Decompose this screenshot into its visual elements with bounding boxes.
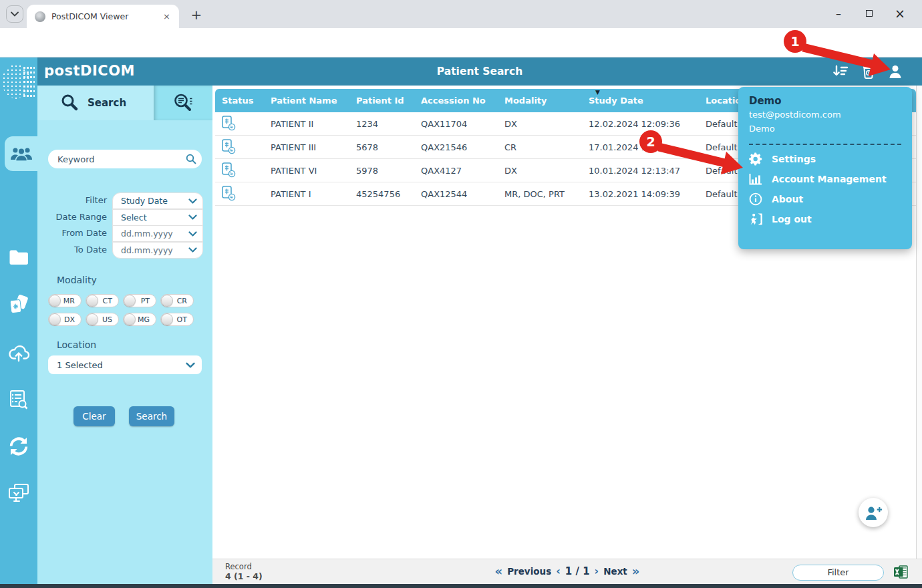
- cell-patient-name: PATIENT III: [264, 142, 349, 152]
- keyword-search-icon: [186, 154, 196, 167]
- chart-icon: [749, 173, 762, 185]
- tab-title: PostDICOM Viewer: [51, 11, 161, 21]
- user-icon: [888, 64, 903, 79]
- clear-button[interactable]: Clear: [73, 406, 115, 426]
- favicon: [35, 11, 45, 22]
- menu-item-logout[interactable]: Log out: [749, 209, 901, 229]
- from-date-select[interactable]: dd.mm.yyyy: [112, 225, 203, 242]
- sort-direction-icon: ▼: [595, 89, 600, 96]
- sidebar-item-sharing[interactable]: [0, 478, 37, 508]
- toggle-knob: [86, 295, 98, 307]
- table-filter-input[interactable]: Filter: [792, 565, 884, 581]
- record-count: Record 4 (1 - 4): [225, 562, 263, 581]
- column-header-status[interactable]: Status: [215, 89, 264, 112]
- keyword-input[interactable]: [48, 150, 202, 168]
- tab-advanced-search[interactable]: [154, 86, 212, 120]
- sidebar-item-upload[interactable]: [0, 338, 37, 368]
- search-button[interactable]: Search: [129, 406, 174, 426]
- cell-patient-id: 45254756: [349, 189, 414, 199]
- maximize-icon: [866, 10, 873, 17]
- filter-label: Filter: [37, 192, 107, 209]
- status-report-icon[interactable]: [215, 138, 264, 156]
- column-header-patient-name[interactable]: Patient Name: [264, 89, 349, 112]
- table-scrollbar[interactable]: [916, 86, 922, 559]
- window-controls: – ×: [823, 4, 915, 23]
- screens-icon: [8, 483, 29, 503]
- chevron-down-icon: [188, 247, 197, 253]
- previous-page-button[interactable]: Previous: [507, 566, 551, 577]
- window-minimize-button[interactable]: –: [823, 4, 854, 23]
- menu-separator: [749, 144, 901, 145]
- window-maximize-button[interactable]: [854, 4, 885, 23]
- chevron-down-icon: [188, 198, 197, 204]
- tab-basic-search[interactable]: Search: [37, 86, 154, 120]
- sidebar-item-patient-search[interactable]: [5, 136, 37, 171]
- sidebar-item-folders[interactable]: [0, 242, 37, 271]
- user-menu-button[interactable]: [886, 63, 905, 80]
- status-report-icon[interactable]: [215, 162, 264, 180]
- location-select[interactable]: 1 Selected: [48, 355, 202, 374]
- to-date-select[interactable]: dd.mm.yyyy: [112, 242, 203, 259]
- column-header-modality[interactable]: Modality: [498, 89, 582, 112]
- modality-toggle-mr[interactable]: MR: [48, 294, 82, 307]
- modality-toggle-dx[interactable]: DX: [48, 313, 82, 326]
- page-indicator: 1 / 1: [565, 565, 590, 577]
- modality-toggle-ct[interactable]: CT: [86, 294, 119, 307]
- next-page-button[interactable]: Next: [603, 566, 627, 577]
- modality-toggle-cr[interactable]: CR: [160, 294, 194, 307]
- tab-search-button[interactable]: [6, 5, 23, 23]
- to-date-label: To Date: [37, 242, 107, 259]
- search-icon: [60, 94, 79, 112]
- studies-icon: [8, 294, 29, 315]
- cell-patient-name: PATIENT VI: [264, 166, 349, 176]
- gear-icon: [749, 152, 762, 166]
- cell-patient-id: 5678: [349, 142, 414, 152]
- browser-tab-strip: PostDICOM Viewer × + – ×: [0, 0, 922, 28]
- toggle-knob: [124, 295, 136, 307]
- filter-select[interactable]: Study Date: [112, 192, 203, 209]
- last-page-icon[interactable]: »: [632, 564, 640, 579]
- menu-item-account-management[interactable]: Account Management: [749, 169, 901, 189]
- table-footer: Record 4 (1 - 4) « Previous ‹ 1 / 1 › Ne…: [212, 559, 922, 584]
- window-bottom-edge: [0, 584, 922, 588]
- user-menu: Demo test@postdicom.com Demo Settings Ac…: [738, 87, 912, 249]
- info-icon: [749, 192, 762, 206]
- from-date-label: From Date: [37, 225, 107, 242]
- sidebar-item-sync[interactable]: [0, 432, 37, 461]
- modality-toggle-mg[interactable]: MG: [123, 313, 156, 326]
- status-report-icon[interactable]: [215, 185, 264, 203]
- location-label: Location: [57, 339, 96, 350]
- browser-tab-active[interactable]: PostDICOM Viewer ×: [27, 5, 179, 28]
- cell-modality: MR, DOC, PRT: [498, 189, 582, 199]
- next-page-icon[interactable]: ›: [595, 564, 599, 579]
- new-tab-button[interactable]: +: [188, 6, 205, 23]
- menu-item-settings[interactable]: Settings: [749, 149, 901, 169]
- sidebar-item-studies[interactable]: [0, 290, 37, 319]
- add-patient-fab[interactable]: [859, 498, 888, 527]
- chevron-down-icon: [186, 362, 195, 368]
- cell-accession-no: QAX21546: [414, 142, 498, 152]
- modality-toggle-pt[interactable]: PT: [123, 294, 156, 307]
- status-report-icon[interactable]: [215, 115, 264, 133]
- user-email: test@postdicom.com: [749, 110, 901, 124]
- cloud-upload-icon: [7, 344, 30, 362]
- menu-item-about[interactable]: About: [749, 189, 901, 209]
- first-page-icon[interactable]: «: [495, 564, 503, 579]
- chevron-down-icon: [188, 214, 197, 220]
- date-range-select[interactable]: Select: [112, 209, 203, 226]
- sort-button[interactable]: [831, 63, 850, 80]
- cell-study-date: 12.02.2024 12:09:36: [582, 119, 699, 129]
- modality-toggle-ot[interactable]: OT: [160, 313, 194, 326]
- toggle-knob: [161, 313, 173, 325]
- deleted-items-button[interactable]: [859, 63, 878, 80]
- tab-close-icon[interactable]: ×: [161, 11, 172, 21]
- export-excel-button[interactable]: [893, 565, 908, 579]
- browser-toolbar: ← → unitedstateswest.postdicom.com/Viewe…: [0, 28, 922, 57]
- sidebar-item-order-search[interactable]: [0, 385, 37, 414]
- window-close-button[interactable]: ×: [885, 4, 915, 23]
- prev-page-icon[interactable]: ‹: [556, 564, 561, 579]
- modality-toggle-us[interactable]: US: [86, 313, 119, 326]
- column-header-patient-id[interactable]: Patient Id: [349, 89, 414, 112]
- chevron-down-icon: [11, 11, 19, 17]
- column-header-accession-no[interactable]: Accession No: [414, 89, 498, 112]
